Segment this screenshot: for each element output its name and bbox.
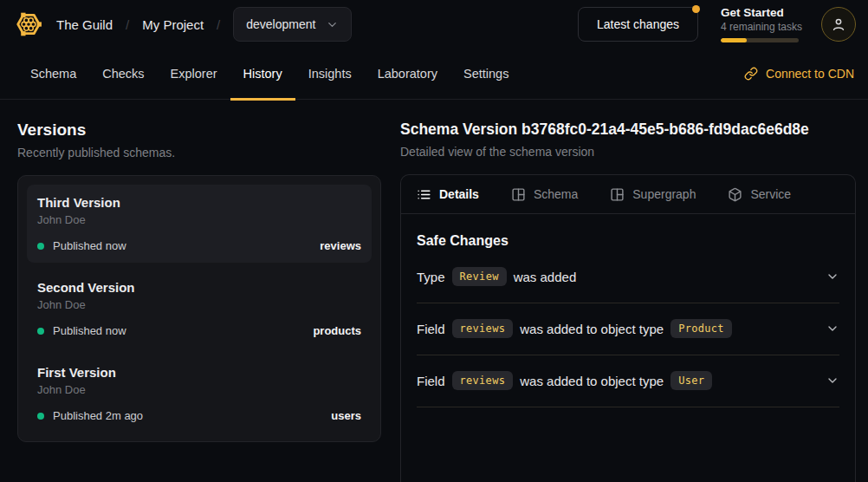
detail-tab-schema[interactable]: Schema bbox=[511, 187, 578, 202]
breadcrumb-separator: / bbox=[126, 17, 129, 32]
version-status: Published now bbox=[53, 239, 126, 252]
published-status-dot-icon bbox=[37, 243, 44, 250]
environment-select-value: development bbox=[246, 17, 315, 31]
schema-version-subtitle: Detailed view of the schema version bbox=[400, 145, 856, 159]
detail-tab-label: Schema bbox=[534, 187, 578, 201]
change-description: was added to object type bbox=[520, 374, 664, 388]
version-meta: Published 2m ago users bbox=[37, 409, 361, 422]
tab-schema[interactable]: Schema bbox=[17, 49, 89, 101]
chevron-down-icon[interactable] bbox=[826, 374, 839, 388]
version-title: Third Version bbox=[37, 195, 361, 210]
version-item-third[interactable]: Third Version John Doe Published now rev… bbox=[27, 185, 372, 263]
detail-tab-label: Details bbox=[439, 187, 479, 201]
cube-icon bbox=[728, 187, 742, 202]
connect-to-cdn-link[interactable]: Connect to CDN bbox=[744, 67, 854, 81]
change-prefix: Field bbox=[417, 374, 445, 388]
code-badge: reviews bbox=[452, 371, 514, 390]
schema-version-title: Schema Version b3768fc0-21a4-45e5-b686-f… bbox=[400, 120, 856, 139]
code-badge: User bbox=[670, 371, 712, 390]
breadcrumb-separator: / bbox=[217, 17, 220, 32]
change-text: Type Review was added bbox=[417, 267, 576, 286]
detail-tab-service[interactable]: Service bbox=[728, 187, 791, 202]
panels-icon bbox=[511, 187, 526, 202]
nav-tabs: Schema Checks Explorer History Insights … bbox=[17, 49, 521, 99]
breadcrumb-org[interactable]: The Guild bbox=[56, 17, 113, 32]
get-started-progress bbox=[721, 38, 799, 42]
user-icon bbox=[830, 16, 847, 33]
chevron-down-icon[interactable] bbox=[826, 322, 839, 335]
tab-history[interactable]: History bbox=[230, 49, 295, 101]
top-header: The Guild / My Project / development Lat… bbox=[0, 0, 868, 49]
change-row-field-product[interactable]: Field reviews was added to object type P… bbox=[417, 303, 839, 355]
version-item-second[interactable]: Second Version John Doe Published now pr… bbox=[27, 270, 372, 348]
version-author: John Doe bbox=[37, 383, 361, 396]
get-started-progress-fill bbox=[721, 38, 747, 42]
version-service: reviews bbox=[320, 239, 361, 252]
detail-tab-label: Supergraph bbox=[632, 187, 696, 201]
detail-tab-supergraph[interactable]: Supergraph bbox=[610, 187, 696, 202]
version-author: John Doe bbox=[37, 213, 361, 226]
code-badge: Product bbox=[670, 319, 732, 338]
panels-icon bbox=[610, 187, 625, 202]
detail-tabs: Details Schema Sup bbox=[401, 175, 855, 214]
get-started-title: Get Started bbox=[721, 6, 799, 19]
change-text: Field reviews was added to object type P… bbox=[417, 319, 739, 338]
latest-changes-label: Latest changes bbox=[597, 17, 679, 31]
change-prefix: Field bbox=[417, 322, 445, 336]
user-avatar[interactable] bbox=[821, 7, 856, 42]
change-prefix: Type bbox=[417, 270, 445, 284]
tab-insights[interactable]: Insights bbox=[295, 49, 365, 101]
chevron-down-icon bbox=[326, 18, 339, 31]
connect-to-cdn-label: Connect to CDN bbox=[766, 67, 854, 81]
version-service: users bbox=[331, 409, 361, 422]
tab-checks[interactable]: Checks bbox=[89, 49, 157, 101]
safe-changes-heading: Safe Changes bbox=[417, 233, 839, 249]
code-badge: reviews bbox=[452, 319, 514, 338]
version-status: Published now bbox=[53, 324, 126, 337]
code-badge: Review bbox=[452, 267, 507, 286]
header-right-group: Latest changes Get Started 4 remaining t… bbox=[578, 6, 856, 42]
link-icon bbox=[744, 67, 758, 81]
version-meta: Published now products bbox=[37, 324, 361, 337]
change-description: was added bbox=[514, 270, 577, 284]
list-icon bbox=[417, 187, 431, 202]
published-status-dot-icon bbox=[37, 328, 44, 335]
notification-dot bbox=[692, 5, 700, 13]
target-nav-bar: Schema Checks Explorer History Insights … bbox=[0, 49, 868, 100]
schema-version-column: Schema Version b3768fc0-21a4-45e5-b686-f… bbox=[400, 100, 868, 482]
change-row-field-user[interactable]: Field reviews was added to object type U… bbox=[417, 355, 839, 407]
versions-title: Versions bbox=[17, 120, 381, 140]
version-meta: Published now reviews bbox=[37, 239, 361, 252]
changes-section: Safe Changes Type Review was added Field… bbox=[401, 214, 855, 407]
tab-laboratory[interactable]: Laboratory bbox=[365, 49, 450, 101]
latest-changes-button[interactable]: Latest changes bbox=[578, 7, 698, 42]
breadcrumb-project[interactable]: My Project bbox=[142, 17, 204, 32]
tab-explorer[interactable]: Explorer bbox=[158, 49, 230, 101]
change-description: was added to object type bbox=[520, 322, 664, 336]
version-item-first[interactable]: First Version John Doe Published 2m ago … bbox=[27, 355, 372, 433]
versions-column: Versions Recently published schemas. Thi… bbox=[0, 100, 400, 482]
change-text: Field reviews was added to object type U… bbox=[417, 371, 719, 390]
tab-settings[interactable]: Settings bbox=[450, 49, 521, 101]
detail-tab-label: Service bbox=[750, 187, 791, 201]
detail-tab-details[interactable]: Details bbox=[417, 187, 479, 202]
version-author: John Doe bbox=[37, 298, 361, 311]
chevron-down-icon[interactable] bbox=[826, 270, 839, 283]
versions-subtitle: Recently published schemas. bbox=[17, 146, 381, 160]
schema-version-panel: Details Schema Sup bbox=[400, 174, 856, 482]
environment-select[interactable]: development bbox=[233, 7, 352, 42]
published-status-dot-icon bbox=[37, 413, 44, 420]
get-started-widget[interactable]: Get Started 4 remaining tasks bbox=[721, 6, 799, 42]
version-status: Published 2m ago bbox=[53, 409, 143, 422]
change-row-type-review[interactable]: Type Review was added bbox=[417, 251, 839, 303]
version-title: Second Version bbox=[37, 280, 361, 295]
breadcrumb: The Guild / My Project / bbox=[56, 17, 220, 32]
hive-logo-icon[interactable] bbox=[14, 10, 43, 39]
get-started-subtitle: 4 remaining tasks bbox=[721, 21, 799, 33]
versions-list: Third Version John Doe Published now rev… bbox=[17, 175, 381, 442]
version-service: products bbox=[313, 324, 361, 337]
version-title: First Version bbox=[37, 365, 361, 380]
main-content: Versions Recently published schemas. Thi… bbox=[0, 100, 868, 482]
